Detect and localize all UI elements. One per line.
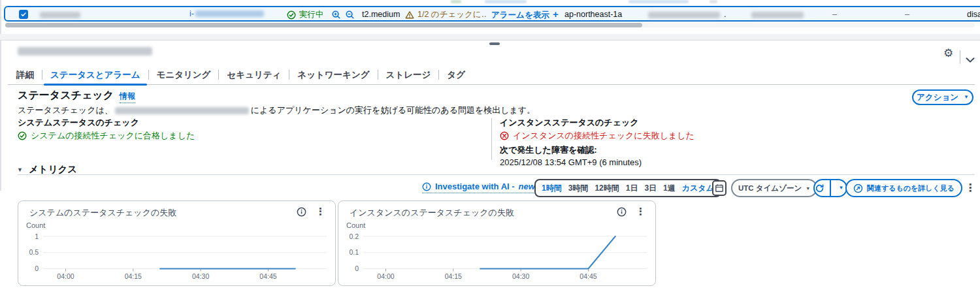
gear-icon[interactable]: ⚙ [943, 48, 953, 59]
instance-state: 実行中 [287, 9, 324, 20]
svg-text:Count: Count [346, 221, 365, 229]
tab-separator [218, 70, 219, 80]
redacted-instance-ref [115, 107, 249, 114]
instance-table-row[interactable]: i- 実行中 t2.medium 1/2 のチェックに… アラームを表示 + a… [4, 6, 980, 22]
range-3d[interactable]: 3日 [644, 183, 657, 194]
redacted-ip [751, 12, 804, 18]
instance-status-line: インスタンスの接続性チェックに失敗しました [500, 130, 694, 142]
failure-heading: 次で発生した障害を確認: [500, 144, 694, 156]
svg-text:0: 0 [355, 264, 359, 272]
caret-down-icon: ▼ [806, 186, 810, 191]
zoom-out-icon[interactable] [345, 10, 355, 22]
system-status-column: システムステータスのチェック システムの接続性チェックに合格しました [18, 118, 195, 142]
tab-separator [42, 70, 42, 80]
range-1d[interactable]: 1日 [626, 183, 638, 194]
header-divider [960, 50, 960, 63]
info-circle-icon[interactable] [297, 207, 306, 219]
metrics-kebab-menu[interactable]: ⋮ [965, 183, 975, 193]
investigate-with-ai-link[interactable]: Investigate with AI - new [422, 182, 535, 193]
time-range-selector: 1時間 3時間 12時間 1日 3日 1週 カスタム [534, 179, 721, 197]
success-circle-icon [287, 10, 296, 20]
instance-status-chart-card: インスタンスのステータスチェックの失敗 ⋮ Count00.10.204:000… [338, 200, 656, 286]
calendar-button[interactable] [712, 180, 727, 196]
actions-button[interactable]: アクション ▼ [912, 89, 973, 105]
instance-status-chart: Count00.10.204:0004:1504:3004:45 [344, 219, 651, 285]
view-related-button[interactable]: 関連するものを詳しく見る [845, 179, 962, 197]
info-circle-icon [422, 182, 431, 191]
caret-down-icon: ▼ [964, 95, 969, 100]
chart-title: システムのステータスチェックの失敗 [29, 207, 176, 219]
instance-id-link[interactable]: i- [189, 9, 264, 18]
svg-text:04:00: 04:00 [377, 272, 394, 280]
svg-text:0.2: 0.2 [349, 232, 359, 240]
info-link[interactable]: 情報 [120, 91, 135, 103]
truncated-column-value: disabl [967, 10, 980, 19]
instance-type: t2.medium [362, 10, 400, 19]
svg-text:04:30: 04:30 [512, 272, 529, 280]
svg-text:04:15: 04:15 [125, 272, 142, 280]
investigate-new-label: new [519, 182, 535, 191]
svg-text:0: 0 [35, 264, 39, 272]
tab-tags[interactable]: タグ [440, 65, 472, 85]
metrics-divider [18, 174, 975, 175]
tab-storage[interactable]: ストレージ [380, 65, 438, 85]
chart-kebab-menu[interactable]: ⋮ [316, 206, 325, 216]
status-check-warning-text: 1/2 のチェックに… [417, 9, 487, 20]
empty-value-dash: – [905, 10, 909, 19]
add-alarm-button[interactable]: + [553, 8, 559, 20]
refresh-split-button: ▼ [813, 179, 847, 197]
sliver-fragment [629, 0, 689, 3]
description-suffix: によるアプリケーションの実行を妨げる可能性のある問題を検出します。 [251, 104, 535, 116]
tab-separator [148, 70, 149, 80]
svg-text:04:45: 04:45 [259, 272, 276, 280]
instance-state-label: 実行中 [299, 9, 324, 20]
refresh-options-button[interactable]: ▼ [836, 180, 846, 196]
status-checks-description: ステータスチェックは、 によるアプリケーションの実行を妨げる可能性のある問題を検… [18, 104, 535, 116]
range-1h[interactable]: 1時間 [542, 183, 562, 194]
svg-text:Count: Count [26, 221, 45, 229]
caret-down-icon: ▼ [839, 185, 844, 191]
view-alarms-link[interactable]: アラームを表示 [491, 10, 549, 21]
tab-networking[interactable]: ネットワーキング [291, 65, 376, 85]
system-status-text: システムの接続性チェックに合格しました [31, 130, 195, 142]
svg-text:04:00: 04:00 [57, 272, 74, 280]
horizontal-scrollbar-thumb[interactable] [5, 23, 642, 27]
description-prefix: ステータスチェックは、 [18, 104, 113, 116]
instance-status-heading: インスタンスステータスのチェック [500, 118, 694, 128]
split-panel-resize-handle[interactable] [489, 42, 500, 45]
row-checkbox[interactable] [19, 10, 28, 19]
chevron-down-icon[interactable] [966, 54, 975, 65]
chart-kebab-menu[interactable]: ⋮ [636, 206, 645, 216]
split-panel-top-band [0, 34, 980, 40]
sliver-fragment [451, 0, 461, 3]
range-1w[interactable]: 1週 [663, 183, 676, 194]
zoom-in-icon[interactable] [331, 10, 341, 22]
success-circle-icon [18, 131, 27, 140]
tab-status-and-alarms[interactable]: ステータスとアラーム [44, 65, 147, 85]
redacted-panel-title [18, 47, 152, 56]
tab-separator [289, 70, 289, 80]
status-check-warning: 1/2 のチェックに… [405, 9, 487, 20]
info-circle-icon[interactable] [617, 207, 627, 219]
error-circle-icon [500, 131, 509, 140]
refresh-button[interactable] [815, 180, 825, 196]
button-divider [830, 180, 831, 196]
tab-security[interactable]: セキュリティ [220, 65, 287, 85]
redacted-instance-id [195, 10, 264, 17]
redacted-instance-name [40, 12, 80, 18]
tab-monitoring[interactable]: モニタリング [150, 65, 218, 85]
svg-text:0.5: 0.5 [29, 248, 39, 256]
column-divider [491, 118, 492, 160]
warning-triangle-icon [405, 10, 414, 20]
system-status-chart-card: システムのステータスチェックの失敗 ⋮ Count00.5104:0004:15… [18, 200, 336, 286]
svg-text:04:15: 04:15 [445, 272, 462, 280]
failure-time: 2025/12/08 13:54 GMT+9 (6 minutes) [500, 157, 694, 167]
redacted-separator: . [724, 10, 726, 19]
tab-separator [378, 70, 378, 80]
range-custom[interactable]: カスタム [682, 183, 714, 194]
range-12h[interactable]: 12時間 [595, 183, 619, 194]
range-3h[interactable]: 3時間 [568, 183, 589, 194]
status-checks-header: ステータスチェック 情報 [18, 89, 135, 103]
timezone-selector[interactable]: UTC タイムゾーン ▼ [731, 179, 817, 197]
tab-details[interactable]: 詳細 [10, 65, 41, 85]
